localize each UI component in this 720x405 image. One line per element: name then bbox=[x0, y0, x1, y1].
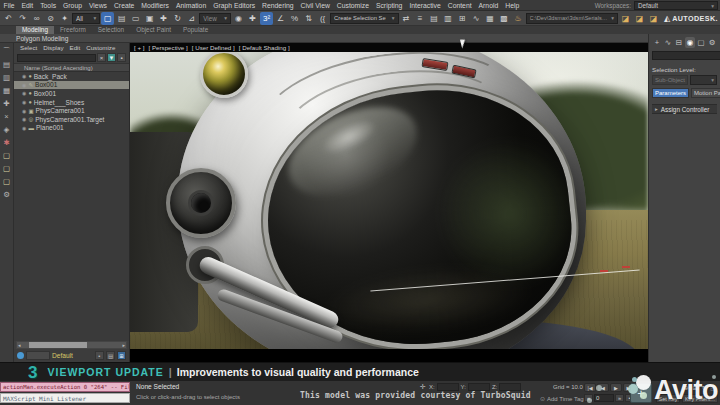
visibility-icon[interactable]: ◉ bbox=[22, 90, 26, 96]
selection-set-button[interactable] bbox=[26, 351, 50, 360]
modify-tab-icon[interactable]: ∿ bbox=[663, 37, 673, 48]
sub-object-button[interactable]: Sub-Object bbox=[652, 75, 688, 85]
percent-snap-icon[interactable]: % bbox=[288, 12, 301, 25]
undo-icon[interactable]: ↶ bbox=[2, 12, 15, 25]
set-key-button[interactable]: Set Key bbox=[656, 394, 680, 403]
scrollbar-thumb[interactable] bbox=[29, 342, 87, 348]
window-crossing-icon[interactable]: ▣ bbox=[143, 12, 156, 25]
select-and-scale-icon[interactable]: ⊿ bbox=[185, 12, 198, 25]
named-selection-set-field[interactable]: Create Selection Se bbox=[330, 13, 399, 24]
clear-search-icon[interactable]: × bbox=[97, 53, 106, 62]
reference-coordinate-dropdown[interactable]: View bbox=[199, 13, 231, 24]
explorer-sort-header[interactable]: Name (Sorted Ascending) bbox=[14, 63, 129, 72]
filter-icon[interactable]: ▼ bbox=[107, 53, 116, 62]
orbit-icon[interactable]: ↻ bbox=[700, 383, 708, 392]
zoom-extents-icon[interactable]: ⊞ bbox=[691, 383, 699, 392]
select-object-icon[interactable]: ▢ bbox=[101, 12, 114, 25]
ribbon-tab[interactable]: Selection bbox=[92, 26, 130, 34]
y-coordinate-field[interactable] bbox=[468, 383, 490, 391]
selection-filter-dropdown[interactable]: All bbox=[72, 13, 100, 24]
polygon-modeling-tab[interactable]: Polygon Modeling bbox=[16, 35, 68, 42]
rectangular-selection-region-icon[interactable]: ▭ bbox=[129, 12, 142, 25]
workspaces-dropdown[interactable]: Default bbox=[634, 1, 718, 10]
ribbon-toggle-icon[interactable]: ⊞ bbox=[456, 12, 469, 25]
ribbon-tab[interactable]: Object Paint bbox=[130, 26, 177, 34]
ribbon-tab[interactable]: Modeling bbox=[16, 26, 54, 34]
maxscript-command-line[interactable]: actionMan.executeAction 0 "264" -- File:… bbox=[0, 382, 130, 392]
use-pivot-center-icon[interactable]: ◉ bbox=[232, 12, 245, 25]
menu-item[interactable]: Rendering bbox=[259, 0, 297, 11]
scene-object-box001[interactable]: ◉●Box001 bbox=[14, 89, 129, 98]
scene-object-helmet[interactable]: ◉●Helmet___Shoes bbox=[14, 98, 129, 107]
menu-item[interactable]: Animation bbox=[172, 0, 209, 11]
selection-set-pin-icon[interactable]: ⊞ bbox=[117, 351, 126, 360]
scene-object-physcamera001[interactable]: ◉▣PhysCamera001 bbox=[14, 106, 129, 115]
swatch-icon-1[interactable]: ▢ bbox=[1, 149, 13, 161]
redo-icon[interactable]: ↷ bbox=[16, 12, 29, 25]
viewport-label[interactable]: [ + ] bbox=[134, 44, 145, 51]
frame-forward-button[interactable]: » bbox=[615, 394, 624, 402]
assign-controller-rollout[interactable]: ▸ Assign Controller bbox=[652, 104, 717, 114]
selection-set-name[interactable]: Default bbox=[52, 352, 93, 359]
maxscript-mini-listener[interactable]: MAXScript Mini Listener bbox=[0, 393, 130, 403]
explorer-search-input[interactable] bbox=[17, 54, 96, 62]
display-tab-icon[interactable]: ▢ bbox=[696, 37, 706, 48]
parameters-button[interactable]: Parameters bbox=[652, 88, 689, 98]
menu-item[interactable]: Customize bbox=[333, 0, 372, 11]
menu-item[interactable]: File bbox=[0, 0, 18, 11]
visibility-icon[interactable]: ◉ bbox=[22, 116, 26, 122]
scene-object-plane001[interactable]: ◉▬Plane001 bbox=[14, 124, 129, 133]
render-frame-window-icon[interactable]: ◪ bbox=[619, 12, 632, 25]
swatch-icon-3[interactable]: ▢ bbox=[1, 175, 13, 187]
motion-paths-button[interactable]: Motion Paths bbox=[691, 88, 720, 98]
scene-object-back-pack[interactable]: ◉●Back_Pack bbox=[14, 72, 129, 81]
align-icon[interactable]: ≡ bbox=[414, 12, 427, 25]
sub-object-level-dropdown[interactable] bbox=[690, 75, 717, 85]
menu-item[interactable]: Help bbox=[502, 0, 523, 11]
settings-icon[interactable]: ⚙ bbox=[1, 188, 13, 200]
mirror-icon[interactable]: ⇄ bbox=[400, 12, 413, 25]
material-editor-icon[interactable]: ▩ bbox=[498, 12, 511, 25]
viewport-layout-icon-1[interactable]: ▤ bbox=[1, 58, 13, 70]
menu-item[interactable]: Interactive bbox=[406, 0, 444, 11]
menu-item[interactable]: Create bbox=[110, 0, 137, 11]
explorer-menu-item[interactable]: Customize bbox=[84, 44, 117, 51]
scene-object-physcamera001-target[interactable]: ◉◎PhysCamera001.Target bbox=[14, 115, 129, 124]
render-production-icon[interactable]: ◪ bbox=[633, 12, 646, 25]
unlink-selection-icon[interactable]: ⊘ bbox=[44, 12, 57, 25]
maximize-viewport-icon[interactable]: ◱ bbox=[709, 383, 717, 392]
menu-item[interactable]: Edit bbox=[18, 0, 37, 11]
spinner-snap-icon[interactable]: ⇅ bbox=[302, 12, 315, 25]
object-name-field[interactable] bbox=[652, 51, 720, 60]
viewport-label[interactable]: [ Perspective ] bbox=[149, 44, 188, 51]
select-and-rotate-icon[interactable]: ↻ bbox=[171, 12, 184, 25]
scene-object-box001-editing[interactable]: ◉✎Box001 bbox=[14, 81, 129, 90]
absolute-mode-icon[interactable]: ✛ bbox=[420, 383, 426, 391]
x-coordinate-field[interactable] bbox=[437, 383, 459, 391]
play-button[interactable]: ▶ bbox=[610, 383, 622, 392]
ribbon-tab[interactable]: Freeform bbox=[54, 26, 92, 34]
viewport-layout-icon-3[interactable]: ▦ bbox=[1, 84, 13, 96]
angle-snap-icon[interactable]: ∠ bbox=[274, 12, 287, 25]
schematic-view-icon[interactable]: ▦ bbox=[484, 12, 497, 25]
set-key-plus-button[interactable]: + bbox=[630, 383, 652, 403]
viewport-label[interactable]: [ User Defined ] bbox=[192, 44, 235, 51]
perspective-viewport[interactable]: [ + ][ Perspective ][ User Defined ][ De… bbox=[130, 43, 648, 362]
menu-item[interactable]: Graph Editors bbox=[210, 0, 259, 11]
menu-item[interactable]: Scripting bbox=[372, 0, 405, 11]
go-to-start-button[interactable]: |◀ bbox=[584, 383, 596, 392]
add-time-tag[interactable]: ⊙Add Time Tag bbox=[540, 395, 584, 402]
ribbon-tab[interactable]: Populate bbox=[177, 26, 214, 34]
add-layout-tab-icon[interactable]: ✚ bbox=[1, 97, 13, 109]
z-coordinate-field[interactable] bbox=[499, 383, 521, 391]
select-and-manipulate-icon[interactable]: ✚ bbox=[246, 12, 259, 25]
utilities-tab-icon[interactable]: ⚙ bbox=[707, 37, 717, 48]
burst-icon[interactable]: ✱ bbox=[1, 136, 13, 148]
viewport-label[interactable]: [ Default Shading ] bbox=[239, 44, 290, 51]
visibility-icon[interactable]: ◉ bbox=[22, 108, 26, 114]
visibility-icon[interactable]: ◉ bbox=[22, 82, 26, 88]
render-setup-icon[interactable]: ♨ bbox=[512, 12, 525, 25]
visibility-icon[interactable]: ◉ bbox=[22, 125, 26, 131]
select-by-name-icon[interactable]: ▤ bbox=[115, 12, 128, 25]
snaps-toggle-icon[interactable]: 3² bbox=[260, 12, 273, 25]
